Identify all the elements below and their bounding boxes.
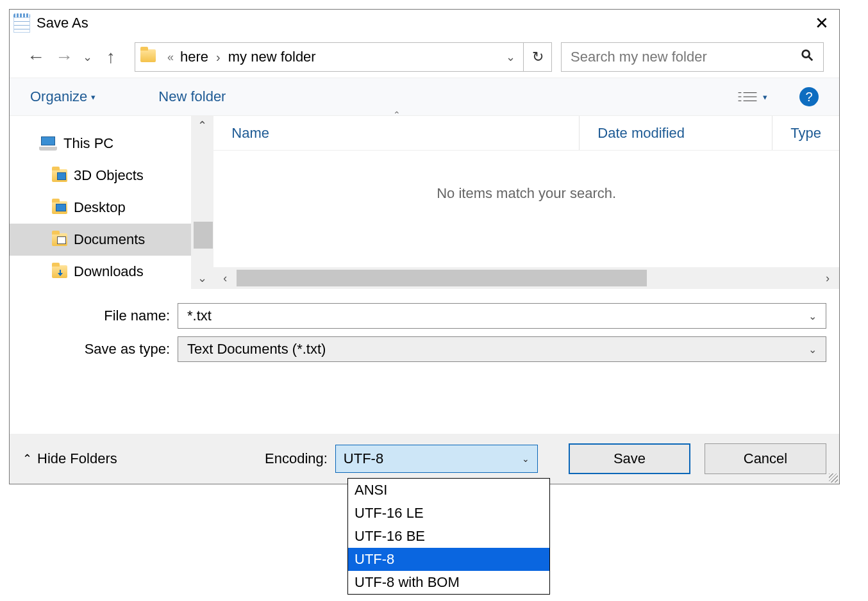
sidebar-item-this-pc[interactable]: This PC [10, 128, 191, 160]
encoding-label: Encoding: [265, 450, 328, 467]
chevron-down-icon[interactable]: ⌄ [522, 454, 530, 464]
scroll-thumb[interactable] [237, 270, 647, 286]
cancel-button[interactable]: Cancel [705, 443, 826, 474]
column-header-name[interactable]: Name [213, 125, 579, 142]
save-as-type-select[interactable]: Text Documents (*.txt) ⌄ [178, 336, 826, 362]
sidebar-item-3d-objects[interactable]: 3D Objects [10, 160, 191, 192]
folder-icon [52, 201, 67, 214]
search-icon[interactable] [800, 48, 814, 66]
up-button[interactable]: ↑ [100, 47, 122, 67]
sidebar-item-documents[interactable]: Documents [10, 224, 191, 256]
chevron-up-icon: ⌃ [22, 452, 32, 466]
sidebar-item-desktop[interactable]: Desktop [10, 192, 191, 224]
column-header-date[interactable]: Date modified [580, 125, 772, 142]
title-bar: Save As ✕ [10, 10, 839, 37]
navigation-row: ← → ⌄ ↑ « here › my new folder ⌄ ↻ Searc… [10, 37, 839, 78]
encoding-option[interactable]: UTF-16 LE [348, 502, 549, 525]
save-button[interactable]: Save [569, 443, 690, 474]
organize-button[interactable]: Organize ▾ [30, 88, 96, 105]
file-name-label: File name: [22, 308, 178, 324]
notepad-icon [13, 13, 31, 33]
toolbar: Organize ▾ New folder ▾ ? [10, 78, 839, 116]
sidebar-item-downloads[interactable]: Downloads [10, 256, 191, 288]
forward-button[interactable]: → [53, 47, 75, 67]
hide-folders-button[interactable]: ⌃ Hide Folders [22, 450, 117, 467]
sidebar-scrollbar[interactable]: ⌃ ⌄ [191, 116, 214, 289]
search-placeholder: Search my new folder [571, 49, 707, 65]
scroll-right-icon[interactable]: › [816, 272, 839, 285]
file-name-input[interactable]: *.txt ⌄ [178, 303, 826, 329]
breadcrumb-separator[interactable]: › [211, 50, 226, 65]
dialog-footer: ⌃ Hide Folders Encoding: UTF-8 ⌄ Save Ca… [10, 434, 839, 484]
back-button[interactable]: ← [25, 47, 47, 67]
scroll-down-icon[interactable]: ⌄ [191, 271, 214, 285]
scroll-up-icon[interactable]: ⌃ [191, 119, 214, 133]
address-bar[interactable]: « here › my new folder ⌄ ↻ [135, 42, 552, 72]
save-as-type-label: Save as type: [22, 341, 178, 358]
address-dropdown-button[interactable]: ⌄ [498, 50, 523, 64]
close-button[interactable]: ✕ [815, 13, 829, 33]
breadcrumb-mynewfolder[interactable]: my new folder [226, 49, 319, 65]
help-button[interactable]: ? [799, 87, 819, 106]
navigation-tree: This PC 3D Objects Desktop Documents [10, 116, 191, 289]
save-fields: File name: *.txt ⌄ Save as type: Text Do… [10, 289, 839, 365]
encoding-option[interactable]: UTF-8 with BOM [348, 571, 549, 594]
column-headers: ⌃ Name Date modified Type [213, 116, 839, 151]
path-overflow-icon[interactable]: « [163, 51, 178, 64]
view-options-button[interactable]: ▾ [737, 90, 767, 104]
chevron-down-icon[interactable]: ⌄ [808, 343, 817, 356]
encoding-option[interactable]: ANSI [348, 479, 549, 502]
resize-grip-icon[interactable] [829, 473, 838, 482]
sort-indicator-icon: ⌃ [393, 110, 401, 120]
encoding-select[interactable]: UTF-8 ⌄ [335, 445, 538, 473]
file-list-pane: ⌃ Name Date modified Type No items match… [213, 116, 839, 289]
svg-line-1 [809, 57, 813, 61]
recent-locations-button[interactable]: ⌄ [81, 50, 94, 64]
folder-icon [52, 233, 67, 246]
encoding-option[interactable]: UTF-16 BE [348, 525, 549, 548]
horizontal-scrollbar[interactable]: ‹ › [213, 267, 839, 289]
main-area: This PC 3D Objects Desktop Documents [10, 116, 839, 289]
refresh-button[interactable]: ↻ [523, 43, 551, 71]
search-input[interactable]: Search my new folder [561, 42, 824, 72]
scroll-thumb[interactable] [194, 222, 213, 249]
encoding-option[interactable]: UTF-8 [348, 548, 549, 571]
save-as-dialog: Save As ✕ ← → ⌄ ↑ « here › my new folder… [9, 9, 840, 484]
folder-icon [52, 169, 67, 182]
scroll-left-icon[interactable]: ‹ [213, 272, 237, 285]
breadcrumb-here[interactable]: here [178, 49, 211, 65]
svg-point-0 [803, 51, 810, 58]
empty-results-label: No items match your search. [213, 185, 839, 202]
new-folder-button[interactable]: New folder [158, 88, 226, 105]
encoding-dropdown-list[interactable]: ANSIUTF-16 LEUTF-16 BEUTF-8UTF-8 with BO… [347, 478, 550, 595]
folder-icon [140, 49, 158, 65]
this-pc-icon [39, 136, 57, 151]
folder-icon [52, 265, 67, 278]
chevron-down-icon[interactable]: ⌄ [808, 310, 817, 322]
dialog-title: Save As [37, 15, 88, 31]
column-header-type[interactable]: Type [772, 125, 839, 142]
